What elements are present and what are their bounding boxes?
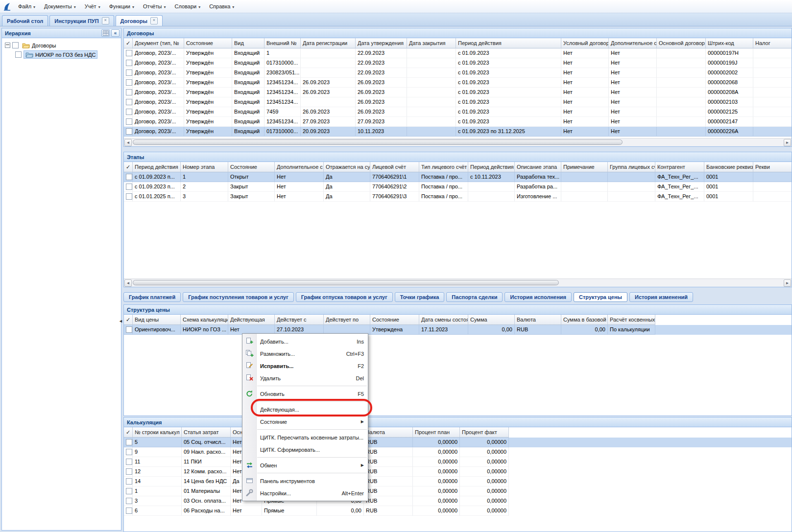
- menu-dictionaries[interactable]: Словари: [170, 2, 205, 11]
- column-header[interactable]: Состояние: [184, 38, 232, 48]
- column-header[interactable]: Примечание: [561, 162, 608, 172]
- close-tab-icon[interactable]: ×: [150, 17, 158, 24]
- menu-item[interactable]: Панель инструментов: [242, 475, 368, 487]
- scroll-right-arrow-icon[interactable]: [784, 139, 791, 146]
- column-header[interactable]: Банковские реквиз: [704, 162, 753, 172]
- subtab-deal-passports[interactable]: Паспорта сделки: [446, 292, 503, 302]
- column-header[interactable]: Документ (тип, №: [133, 38, 184, 48]
- row-checkbox[interactable]: [126, 326, 132, 333]
- table-row[interactable]: 1212 Комм. расхо...НетRUB0,000000,00000: [124, 467, 792, 477]
- tree-checkbox[interactable]: [12, 42, 19, 48]
- column-header[interactable]: Тип лицевого счёт: [419, 162, 468, 172]
- column-header[interactable]: Состояние: [228, 162, 275, 172]
- column-header[interactable]: Валюта: [364, 427, 413, 438]
- menu-item[interactable]: УдалитьDel: [242, 372, 368, 384]
- column-header[interactable]: ✓: [124, 38, 133, 48]
- column-header[interactable]: Рекви: [753, 162, 792, 172]
- menu-item[interactable]: ОбновитьF5: [242, 388, 368, 400]
- menu-item[interactable]: Исправить...F2: [242, 360, 368, 372]
- scroll-left-arrow-icon[interactable]: [124, 139, 132, 146]
- column-header[interactable]: Действует с: [275, 315, 324, 325]
- row-checkbox[interactable]: [126, 449, 132, 455]
- scroll-right-arrow-icon[interactable]: [784, 279, 791, 287]
- column-header[interactable]: Схема калькуляци: [181, 315, 228, 325]
- column-header[interactable]: Дата смены состоя: [419, 315, 468, 325]
- column-header[interactable]: Состояние: [370, 315, 419, 325]
- tree-node-niokr[interactable]: НИОКР по ГОЗ без НДС: [3, 50, 120, 59]
- table-row[interactable]: с 01.01.2025 п...3ЗакрытНетДа7706406291\…: [124, 192, 792, 202]
- menu-functions[interactable]: Функции: [105, 2, 139, 11]
- subtab-payments-schedule[interactable]: График платежей: [123, 292, 181, 302]
- menu-item[interactable]: ЦИТК. Сформировать...: [242, 443, 368, 456]
- table-row[interactable]: 606 Расходы на...НетПрямые0,00RUB0,00000…: [124, 506, 792, 516]
- column-header[interactable]: Дата регистрации: [301, 38, 356, 48]
- columns-scroll-left-icon[interactable]: ◄: [119, 319, 123, 324]
- tab-instructions-pup[interactable]: Инструкции ПУП×: [49, 15, 114, 26]
- row-checkbox[interactable]: [126, 508, 132, 514]
- column-header[interactable]: Действующая: [228, 315, 275, 325]
- column-header[interactable]: Группа лицевых сч: [608, 162, 655, 172]
- table-row[interactable]: Договор, 2023/...УтверждёнВходящий122.09…: [124, 48, 792, 58]
- column-header[interactable]: Основной договор: [657, 38, 706, 48]
- column-header[interactable]: Описание этапа: [515, 162, 561, 172]
- column-header[interactable]: Отражается на су: [324, 162, 370, 172]
- scroll-track[interactable]: [132, 279, 784, 287]
- subtab-schedule-points[interactable]: Точки графика: [395, 292, 445, 302]
- menu-item[interactable]: ЦИТК. Пересчитать косвенные затраты...: [242, 431, 368, 443]
- column-header[interactable]: Период действия: [456, 38, 561, 48]
- table-row[interactable]: Договор, 2023/...УтверждёнВходящий123451…: [124, 117, 792, 127]
- column-header[interactable]: Внешний №: [264, 38, 301, 48]
- menu-accounting[interactable]: Учёт: [80, 2, 105, 11]
- subtab-price-structure[interactable]: Структура цены: [574, 292, 627, 302]
- column-header[interactable]: Валюта: [515, 315, 561, 325]
- table-row[interactable]: с 01.09.2023 п...1ОткрытНетДа7706406291\…: [124, 172, 792, 182]
- column-header[interactable]: Дополнительное с: [609, 38, 657, 48]
- column-header[interactable]: ✓: [124, 427, 133, 438]
- scroll-left-arrow-icon[interactable]: [124, 279, 132, 287]
- column-header[interactable]: Контрагент: [655, 162, 704, 172]
- column-header[interactable]: Период действия: [133, 162, 181, 172]
- row-checkbox[interactable]: [126, 439, 132, 445]
- column-header[interactable]: Дата утверждения: [356, 38, 407, 48]
- table-row[interactable]: 303 Осн. оплата...НетПрямые0,00RUB0,0000…: [124, 496, 792, 506]
- column-header[interactable]: Вид: [232, 38, 264, 48]
- menu-item[interactable]: Размножить...Ctrl+F3: [242, 347, 368, 360]
- column-header[interactable]: Сумма в базовой в: [561, 315, 608, 325]
- row-checkbox[interactable]: [126, 184, 132, 190]
- menu-item[interactable]: Состояние▶: [242, 416, 368, 428]
- table-row[interactable]: 1414 Цена без НДСДаRUB0,000000,00000: [124, 477, 792, 486]
- row-checkbox[interactable]: [126, 118, 132, 125]
- hierarchy-grid-view-icon[interactable]: [101, 29, 110, 37]
- subtab-change-history[interactable]: История изменений: [629, 292, 693, 302]
- contracts-hscrollbar[interactable]: [124, 138, 792, 146]
- row-checkbox[interactable]: [126, 60, 132, 66]
- column-header[interactable]: Лицевой счёт: [370, 162, 419, 172]
- menu-item[interactable]: Обмен▶: [242, 459, 368, 471]
- table-row[interactable]: 909 Накл. расхо...НетRUB0,000000,00000: [124, 447, 792, 457]
- column-header[interactable]: Сумма: [468, 315, 515, 325]
- column-header[interactable]: Действует по: [324, 315, 370, 325]
- row-checkbox[interactable]: [126, 69, 132, 76]
- collapse-panel-button[interactable]: «: [111, 29, 120, 37]
- subtab-execution-history[interactable]: История исполнения: [504, 292, 572, 302]
- column-header[interactable]: Вид цены: [133, 315, 181, 325]
- scroll-track[interactable]: [132, 139, 784, 146]
- column-header[interactable]: Процент план: [413, 427, 460, 438]
- row-checkbox[interactable]: [126, 193, 132, 200]
- scroll-thumb[interactable]: [133, 280, 559, 285]
- row-checkbox[interactable]: [126, 488, 132, 494]
- row-checkbox[interactable]: [126, 174, 132, 180]
- table-row[interactable]: Договор, 2023/...УтверждёнВходящий230823…: [124, 68, 792, 78]
- table-row[interactable]: Договор, 2023/...УтверждёнВходящий123451…: [124, 88, 792, 97]
- column-header[interactable]: Статья затрат: [182, 427, 231, 438]
- table-row[interactable]: Ориентировоч...НИОКР по ГОЗ ...Нет27.10.…: [124, 325, 792, 335]
- column-header[interactable]: Номер этапа: [181, 162, 228, 172]
- column-header[interactable]: ✓: [124, 162, 133, 172]
- column-header[interactable]: Налог: [753, 38, 792, 48]
- table-row[interactable]: Договор, 2023/...УтверждёнВходящий123451…: [124, 78, 792, 88]
- table-row[interactable]: Договор, 2023/...УтверждёнВходящий123451…: [124, 97, 792, 107]
- column-header[interactable]: Штрих-код: [706, 38, 753, 48]
- row-checkbox[interactable]: [126, 99, 132, 105]
- column-header[interactable]: Процент факт: [460, 427, 509, 438]
- column-header[interactable]: № строки калькул: [133, 427, 182, 438]
